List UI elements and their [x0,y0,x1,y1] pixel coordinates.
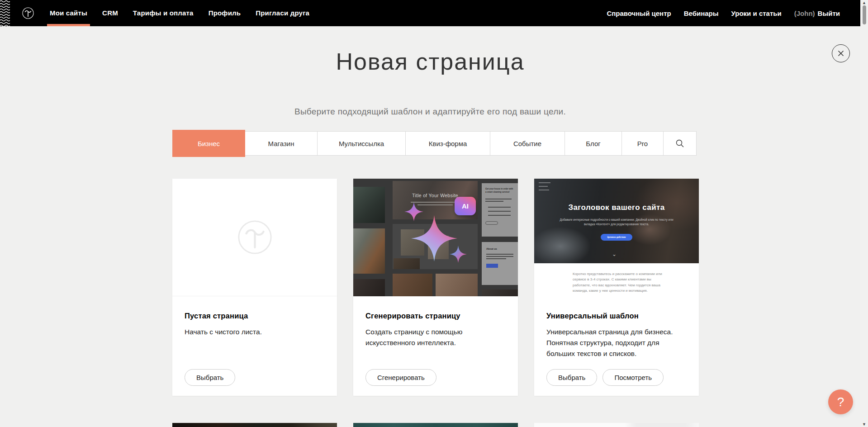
card-body: Сгенерировать страницу Создать страницу … [353,296,518,396]
tilda-watermark-icon [233,216,276,259]
universal-body-section: Коротко представьтесь и расскажите о ком… [534,263,699,296]
tab-shop[interactable]: Магазин [245,131,318,156]
peek-card-1 [172,423,337,427]
tab-business[interactable]: Бизнес [172,130,245,157]
template-grid: Пустая страница Начать с чистого листа. … [172,179,699,396]
thumb-photo-1 [393,274,432,296]
next-row-peek [172,423,699,427]
template-card-blank: Пустая страница Начать с чистого листа. … [172,179,337,396]
nav-crm[interactable]: CRM [102,0,118,26]
tab-multilink[interactable]: Мультиссылка [317,131,406,156]
card-description: Создать страницу с помощью искусственног… [365,327,474,348]
topbar-right-menu: Справочный центр Вебинары Уроки и статьи… [607,0,840,26]
thumb-cleaning-text: Get your house in order with a smart cle… [485,188,514,194]
sparkle-small-bottom-icon [450,246,467,263]
card-title: Универсальный шаблон [546,312,687,320]
thumb-photo-3 [482,289,518,296]
universal-preview: Заголовок вашего сайта Добавьте интересн… [534,179,699,296]
category-tabs: Бизнес Магазин Мультиссылка Квиз-форма С… [172,130,699,157]
universal-hero: Заголовок вашего сайта Добавьте интересн… [534,179,699,263]
peek-card-2 [353,423,518,427]
nav-invite-friend[interactable]: Пригласи друга [256,0,309,26]
card-body: Пустая страница Начать с чистого листа. … [172,296,337,396]
search-tab[interactable] [663,131,697,156]
page-subtitle: Выберите подходящий шаблон и адаптируйте… [0,107,860,117]
search-icon [675,139,684,148]
thumb-about-title: About us [486,247,497,250]
zigzag-pattern [0,0,10,26]
tab-blog[interactable]: Блог [564,131,622,156]
thumb-cleaning-page: Get your house in order with a smart cle… [482,183,518,237]
topbar: Мои сайты CRM Тарифы и оплата Профиль Пр… [0,0,860,26]
screen: Мои сайты CRM Тарифы и оплата Профиль Пр… [0,0,868,427]
card-title: Сгенерировать страницу [365,312,506,320]
generate-button[interactable]: Сгенерировать [365,369,436,386]
universal-hero-subtext: Добавьте интересные подробности о вашей … [558,218,675,227]
scrollbar[interactable]: ▲ ▼ [860,0,868,427]
template-card-universal: Заголовок вашего сайта Добавьте интересн… [534,179,699,396]
card-title: Пустая страница [185,312,325,320]
card-body: Универсальный шаблон Универсальная стран… [534,296,699,396]
card-description: Начать с чистого листа. [185,327,324,337]
choose-button[interactable]: Выбрать [546,369,597,386]
nav-profile[interactable]: Профиль [209,0,241,26]
nav-lessons[interactable]: Уроки и статьи [731,9,782,17]
page-title: Новая страница [0,48,860,75]
scrollbar-down-arrow[interactable]: ▼ [860,422,868,427]
scrollbar-up-arrow[interactable]: ▲ [860,0,868,5]
topbar-left-menu: Мои сайты CRM Тарифы и оплата Профиль Пр… [50,0,309,26]
user-name: (John) [794,9,815,17]
universal-paragraph: Коротко представьтесь и расскажите о ком… [573,271,663,294]
scrollbar-thumb[interactable] [863,5,866,24]
nav-tariffs[interactable]: Тарифы и оплата [133,0,194,26]
chevron-down-icon: ⌄ [612,251,617,257]
view-button[interactable]: Посмотреть [602,369,664,386]
thumb-people-dark [353,279,385,296]
tilda-logo-icon[interactable] [21,6,35,20]
ai-preview: Title of Your Website Get your house in … [353,179,518,296]
blank-preview [172,179,337,296]
help-button[interactable]: ? [828,389,853,414]
universal-hero-heading: Заголовок вашего сайта [534,203,699,212]
ai-badge: AI [455,197,476,215]
nav-webinars[interactable]: Вебинары [684,9,719,17]
nav-help-center[interactable]: Справочный центр [607,9,671,17]
universal-cta-button: Целевое действие [601,234,632,241]
card-description: Универсальная страница для бизнеса. Поня… [546,327,686,359]
template-card-ai: Title of Your Website Get your house in … [353,179,518,396]
thumb-livingroom [353,228,385,274]
thumb-about-page: About us [482,242,518,285]
choose-button[interactable]: Выбрать [185,369,235,386]
tab-event[interactable]: Событие [490,131,565,156]
tab-pro[interactable]: Pro [621,131,664,156]
peek-card-3 [534,423,699,427]
nav-my-sites[interactable]: Мои сайты [50,0,87,26]
thumb-photo-2 [436,274,478,296]
logout-link[interactable]: Выйти [818,9,840,17]
thumb-office [353,187,385,223]
tab-quiz[interactable]: Квиз-форма [405,131,490,156]
